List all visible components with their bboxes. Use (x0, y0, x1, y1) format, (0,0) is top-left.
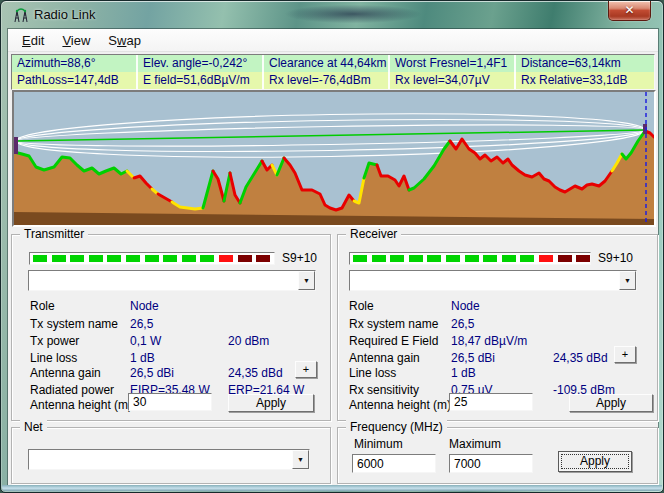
rx-signal-meter-label: S9+10 (598, 251, 633, 265)
frequency-minimum-label: Minimum (354, 437, 403, 451)
frequency-group: Frequency (MHz) Minimum Maximum Apply (337, 427, 658, 484)
titlebar: Radio Link ✕ (1, 1, 663, 29)
receiver-group: Receiver S9+10 ▼ Role Node Rx system nam… (337, 234, 658, 421)
transmitter-group-title: Transmitter (20, 227, 88, 241)
tx-signal-meter (29, 252, 275, 265)
info-rx-level-dbm: Rx level=-76,4dBm (264, 72, 390, 89)
rx-row-role: Role Node (338, 299, 657, 314)
menu-edit[interactable]: Edit (13, 31, 53, 50)
info-worst-fresnel: Worst Fresnel=1,4F1 (390, 55, 516, 72)
tx-unit-combobox-field[interactable] (29, 271, 298, 290)
info-row-1: Azimuth=88,6° Elev. angle=-0,242° Cleara… (12, 55, 654, 72)
info-elev-angle: Elev. angle=-0,242° (138, 55, 264, 72)
rx-unit-combobox-field[interactable] (350, 271, 619, 290)
frequency-maximum-input[interactable] (449, 454, 533, 473)
net-group-title: Net (20, 420, 47, 434)
rx-row-required-e-field: Required E Field 18,47 dBµV/m (338, 334, 657, 349)
tx-row-power: Tx power 0,1 W 20 dBm (12, 334, 330, 349)
menu-view[interactable]: View (53, 31, 99, 50)
receiver-group-title: Receiver (346, 227, 401, 241)
tx-apply-button[interactable]: Apply (228, 394, 314, 412)
tx-signal-meter-label: S9+10 (282, 251, 317, 265)
net-combo-dropdown-icon[interactable]: ▼ (292, 450, 309, 469)
tx-antenna-plus-button[interactable]: + (295, 361, 317, 378)
info-distance: Distance=63,14km (516, 55, 654, 72)
frequency-minimum-input[interactable] (352, 454, 436, 473)
rx-row-antenna-gain: Antenna gain 26,5 dBi 24,35 dBd (338, 351, 657, 366)
window-bottom-glass (2, 485, 662, 491)
info-pathloss: PathLoss=147,4dB (12, 72, 138, 89)
client-area: Edit View Swap Azimuth=88,6° Elev. angle… (8, 29, 658, 487)
rx-combo-dropdown-icon[interactable]: ▼ (619, 271, 636, 290)
info-e-field: E field=51,6dBµV/m (138, 72, 264, 89)
info-rx-level-uv: Rx level=34,07µV (390, 72, 516, 89)
window-title: Radio Link (34, 7, 95, 22)
tx-unit-combobox[interactable]: ▼ (28, 270, 316, 291)
menubar: Edit View Swap (8, 29, 658, 52)
radio-link-window: Radio Link ✕ Edit View Swap Azimuth=88,6… (0, 0, 664, 493)
frequency-group-title: Frequency (MHz) (346, 420, 447, 434)
info-row-2: PathLoss=147,4dB E field=51,6dBµV/m Rx l… (12, 72, 654, 89)
terrain-profile-svg (14, 92, 654, 225)
close-button[interactable]: ✕ (608, 1, 651, 21)
rx-antenna-height-input[interactable] (449, 393, 533, 411)
rx-unit-combobox[interactable]: ▼ (349, 270, 637, 291)
tx-combo-dropdown-icon[interactable]: ▼ (298, 271, 315, 290)
menu-swap[interactable]: Swap (99, 31, 150, 50)
terrain-profile-chart[interactable] (12, 90, 656, 227)
tx-row-role: Role Node (12, 299, 330, 314)
antenna-icon (12, 7, 30, 23)
tx-row-line-loss: Line loss 1 dB (12, 351, 330, 366)
rx-antenna-plus-button[interactable]: + (614, 346, 636, 363)
rx-apply-button[interactable]: Apply (569, 394, 653, 412)
tx-row-antenna-gain: Antenna gain 26,5 dBi 24,35 dBd (12, 366, 330, 381)
net-combobox[interactable]: ▼ (28, 449, 310, 470)
frequency-apply-button[interactable]: Apply (558, 451, 632, 472)
rx-antenna-height-label: Antenna height (m) (349, 398, 451, 412)
info-clearance: Clearance at 44,64km (264, 55, 390, 72)
net-group: Net ▼ (11, 427, 331, 484)
rx-signal-meter (349, 252, 591, 265)
tx-row-system-name: Tx system name 26,5 (12, 317, 330, 332)
rx-row-system-name: Rx system name 26,5 (338, 317, 657, 332)
transmitter-group: Transmitter S9+10 ▼ Role Node Tx system … (11, 234, 331, 421)
info-azimuth: Azimuth=88,6° (12, 55, 138, 72)
tx-antenna-height-label: Antenna height (m) (30, 398, 132, 412)
net-combobox-field[interactable] (29, 450, 292, 469)
tx-antenna-height-input[interactable] (128, 393, 212, 411)
rx-row-line-loss: Line loss 1 dB (338, 366, 657, 381)
frequency-maximum-label: Maximum (449, 437, 501, 451)
info-rx-relative: Rx Relative=33,1dB (516, 72, 654, 89)
link-info-bar: Azimuth=88,6° Elev. angle=-0,242° Cleara… (11, 54, 655, 90)
